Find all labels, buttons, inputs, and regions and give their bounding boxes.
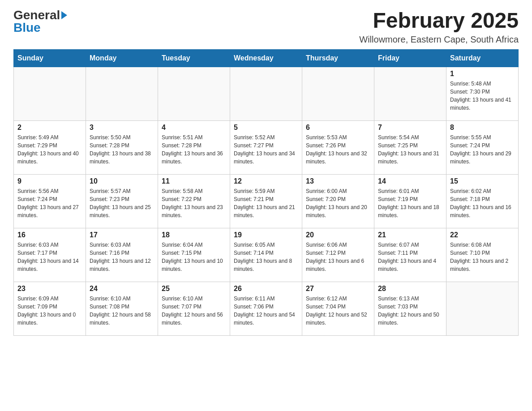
day-number: 22 xyxy=(450,231,515,239)
header-tuesday: Tuesday xyxy=(158,49,230,67)
calendar-day-cell: 23Sunrise: 6:09 AMSunset: 7:09 PMDayligh… xyxy=(14,282,86,335)
day-info: Sunrise: 6:13 AMSunset: 7:03 PMDaylight:… xyxy=(378,295,442,327)
day-number: 19 xyxy=(234,231,298,239)
calendar-table: SundayMondayTuesdayWednesdayThursdayFrid… xyxy=(13,49,519,336)
day-info: Sunrise: 6:09 AMSunset: 7:09 PMDaylight:… xyxy=(17,295,82,327)
day-number: 11 xyxy=(162,177,226,185)
logo-triangle-icon xyxy=(61,11,67,19)
day-number: 17 xyxy=(90,231,154,239)
header-saturday: Saturday xyxy=(446,49,519,67)
day-info: Sunrise: 6:11 AMSunset: 7:06 PMDaylight:… xyxy=(234,295,298,327)
calendar-day-cell: 12Sunrise: 5:59 AMSunset: 7:21 PMDayligh… xyxy=(230,174,302,228)
calendar-day-cell: 15Sunrise: 6:02 AMSunset: 7:18 PMDayligh… xyxy=(446,174,519,228)
day-info: Sunrise: 5:58 AMSunset: 7:22 PMDaylight:… xyxy=(162,187,226,219)
day-info: Sunrise: 5:56 AMSunset: 7:24 PMDaylight:… xyxy=(17,187,82,219)
calendar-day-cell xyxy=(86,67,158,120)
header-wednesday: Wednesday xyxy=(230,49,302,67)
day-number: 5 xyxy=(234,124,298,132)
calendar-day-cell: 7Sunrise: 5:54 AMSunset: 7:25 PMDaylight… xyxy=(374,120,446,174)
title-block: February 2025 Willowmore, Eastern Cape, … xyxy=(359,9,519,45)
calendar-day-cell: 1Sunrise: 5:48 AMSunset: 7:30 PMDaylight… xyxy=(446,67,519,120)
day-info: Sunrise: 6:03 AMSunset: 7:17 PMDaylight:… xyxy=(17,241,82,273)
calendar-day-cell: 13Sunrise: 6:00 AMSunset: 7:20 PMDayligh… xyxy=(302,174,374,228)
calendar-day-cell xyxy=(14,67,86,120)
calendar-week-row: 16Sunrise: 6:03 AMSunset: 7:17 PMDayligh… xyxy=(14,228,519,282)
day-info: Sunrise: 5:50 AMSunset: 7:28 PMDaylight:… xyxy=(90,133,154,166)
calendar-week-row: 23Sunrise: 6:09 AMSunset: 7:09 PMDayligh… xyxy=(14,282,519,335)
day-info: Sunrise: 5:48 AMSunset: 7:30 PMDaylight:… xyxy=(450,80,515,112)
day-number: 21 xyxy=(378,231,442,239)
day-number: 7 xyxy=(378,124,442,132)
day-info: Sunrise: 5:49 AMSunset: 7:29 PMDaylight:… xyxy=(17,133,82,166)
day-number: 28 xyxy=(378,285,442,293)
month-title: February 2025 xyxy=(359,9,519,33)
day-number: 14 xyxy=(378,177,442,185)
day-number: 16 xyxy=(17,231,82,239)
calendar-day-cell: 11Sunrise: 5:58 AMSunset: 7:22 PMDayligh… xyxy=(158,174,230,228)
day-info: Sunrise: 6:02 AMSunset: 7:18 PMDaylight:… xyxy=(450,187,515,219)
day-number: 4 xyxy=(162,124,226,132)
day-info: Sunrise: 5:59 AMSunset: 7:21 PMDaylight:… xyxy=(234,187,298,219)
location-subtitle: Willowmore, Eastern Cape, South Africa xyxy=(359,34,519,45)
day-info: Sunrise: 6:07 AMSunset: 7:11 PMDaylight:… xyxy=(378,241,442,273)
day-number: 27 xyxy=(306,285,370,293)
calendar-day-cell xyxy=(446,282,519,335)
calendar-day-cell: 14Sunrise: 6:01 AMSunset: 7:19 PMDayligh… xyxy=(374,174,446,228)
day-info: Sunrise: 6:04 AMSunset: 7:15 PMDaylight:… xyxy=(162,241,226,273)
logo: General Blue xyxy=(13,9,67,34)
day-number: 23 xyxy=(17,285,82,293)
calendar-day-cell: 22Sunrise: 6:08 AMSunset: 7:10 PMDayligh… xyxy=(446,228,519,282)
header-monday: Monday xyxy=(86,49,158,67)
calendar-week-row: 9Sunrise: 5:56 AMSunset: 7:24 PMDaylight… xyxy=(14,174,519,228)
calendar-day-cell: 21Sunrise: 6:07 AMSunset: 7:11 PMDayligh… xyxy=(374,228,446,282)
day-info: Sunrise: 6:00 AMSunset: 7:20 PMDaylight:… xyxy=(306,187,370,219)
day-number: 15 xyxy=(450,177,515,185)
calendar-week-row: 1Sunrise: 5:48 AMSunset: 7:30 PMDaylight… xyxy=(14,67,519,120)
calendar-body: 1Sunrise: 5:48 AMSunset: 7:30 PMDaylight… xyxy=(14,67,519,335)
calendar-day-cell: 10Sunrise: 5:57 AMSunset: 7:23 PMDayligh… xyxy=(86,174,158,228)
day-info: Sunrise: 6:08 AMSunset: 7:10 PMDaylight:… xyxy=(450,241,515,273)
calendar-header: SundayMondayTuesdayWednesdayThursdayFrid… xyxy=(14,49,519,67)
header-sunday: Sunday xyxy=(14,49,86,67)
day-info: Sunrise: 5:57 AMSunset: 7:23 PMDaylight:… xyxy=(90,187,154,219)
day-number: 3 xyxy=(90,124,154,132)
day-info: Sunrise: 5:51 AMSunset: 7:28 PMDaylight:… xyxy=(162,133,226,166)
calendar-day-cell: 16Sunrise: 6:03 AMSunset: 7:17 PMDayligh… xyxy=(14,228,86,282)
calendar-day-cell: 19Sunrise: 6:05 AMSunset: 7:14 PMDayligh… xyxy=(230,228,302,282)
day-info: Sunrise: 5:53 AMSunset: 7:26 PMDaylight:… xyxy=(306,133,370,166)
day-info: Sunrise: 6:01 AMSunset: 7:19 PMDaylight:… xyxy=(378,187,442,219)
calendar-day-cell: 3Sunrise: 5:50 AMSunset: 7:28 PMDaylight… xyxy=(86,120,158,174)
header-thursday: Thursday xyxy=(302,49,374,67)
calendar-week-row: 2Sunrise: 5:49 AMSunset: 7:29 PMDaylight… xyxy=(14,120,519,174)
calendar-day-cell: 26Sunrise: 6:11 AMSunset: 7:06 PMDayligh… xyxy=(230,282,302,335)
calendar-day-cell: 18Sunrise: 6:04 AMSunset: 7:15 PMDayligh… xyxy=(158,228,230,282)
calendar-day-cell: 28Sunrise: 6:13 AMSunset: 7:03 PMDayligh… xyxy=(374,282,446,335)
day-number: 20 xyxy=(306,231,370,239)
header-friday: Friday xyxy=(374,49,446,67)
day-info: Sunrise: 5:54 AMSunset: 7:25 PMDaylight:… xyxy=(378,133,442,166)
logo-general: General xyxy=(13,9,60,21)
calendar-day-cell xyxy=(302,67,374,120)
day-number: 9 xyxy=(17,177,82,185)
day-number: 1 xyxy=(450,70,515,78)
calendar-day-cell: 4Sunrise: 5:51 AMSunset: 7:28 PMDaylight… xyxy=(158,120,230,174)
calendar-day-cell: 2Sunrise: 5:49 AMSunset: 7:29 PMDaylight… xyxy=(14,120,86,174)
calendar-day-cell: 24Sunrise: 6:10 AMSunset: 7:08 PMDayligh… xyxy=(86,282,158,335)
day-number: 24 xyxy=(90,285,154,293)
day-number: 25 xyxy=(162,285,226,293)
day-info: Sunrise: 6:10 AMSunset: 7:07 PMDaylight:… xyxy=(162,295,226,327)
calendar-day-cell: 17Sunrise: 6:03 AMSunset: 7:16 PMDayligh… xyxy=(86,228,158,282)
day-number: 13 xyxy=(306,177,370,185)
calendar-day-cell: 25Sunrise: 6:10 AMSunset: 7:07 PMDayligh… xyxy=(158,282,230,335)
calendar-day-cell: 8Sunrise: 5:55 AMSunset: 7:24 PMDaylight… xyxy=(446,120,519,174)
day-info: Sunrise: 6:06 AMSunset: 7:12 PMDaylight:… xyxy=(306,241,370,273)
day-number: 6 xyxy=(306,124,370,132)
calendar-day-cell xyxy=(230,67,302,120)
logo-blue: Blue xyxy=(13,21,41,34)
day-info: Sunrise: 6:05 AMSunset: 7:14 PMDaylight:… xyxy=(234,241,298,273)
day-number: 10 xyxy=(90,177,154,185)
day-info: Sunrise: 6:10 AMSunset: 7:08 PMDaylight:… xyxy=(90,295,154,327)
calendar-day-cell xyxy=(374,67,446,120)
calendar-day-cell: 27Sunrise: 6:12 AMSunset: 7:04 PMDayligh… xyxy=(302,282,374,335)
day-number: 12 xyxy=(234,177,298,185)
